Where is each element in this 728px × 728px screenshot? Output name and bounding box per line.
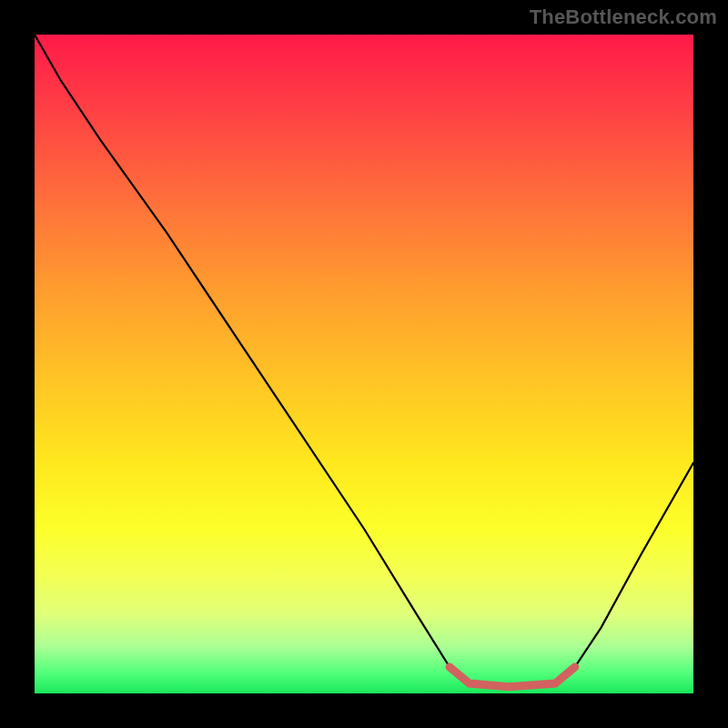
- highlight-segment: [450, 667, 575, 687]
- plot-area: [35, 35, 693, 693]
- chart-frame: TheBottleneck.com: [0, 0, 728, 728]
- curve-layer: [35, 35, 693, 693]
- attribution-label: TheBottleneck.com: [530, 5, 717, 29]
- main-curve: [35, 35, 693, 687]
